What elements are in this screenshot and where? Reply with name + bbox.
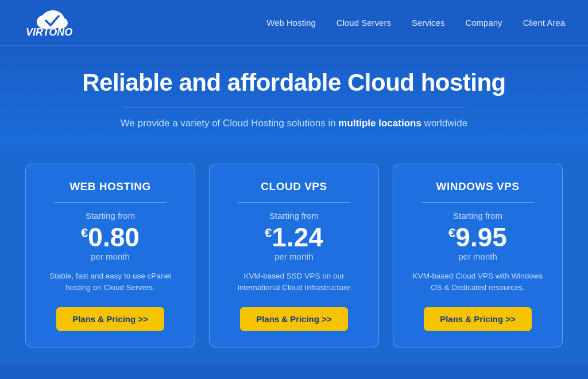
nav-client-area[interactable]: Client Area [523, 18, 565, 28]
hero-subtext-end: worldwide [421, 118, 467, 129]
card-cloud-vps-per-month: per month [274, 252, 314, 261]
card-cloud-vps-divider [238, 202, 351, 203]
card-web-hosting-per-month: per month [91, 252, 130, 261]
card-windows-vps: WINDOWS VPS Starting from €9.95 per mont… [393, 164, 563, 347]
main-nav: Web Hosting Cloud Servers Services Compa… [266, 18, 565, 28]
card-cloud-vps: CLOUD VPS Starting from €1.24 per month … [209, 164, 379, 347]
card-windows-vps-price: €9.95 [448, 224, 507, 250]
hero-subtext-bold: multiple locations [338, 118, 421, 129]
card-web-hosting-currency: € [81, 226, 88, 240]
logo[interactable]: VIRTONO [23, 7, 103, 38]
card-web-hosting-plans-btn[interactable]: Plans & Pricing >> [56, 307, 164, 331]
card-cloud-vps-desc: KVM-based SSD VPS on our international C… [223, 270, 365, 295]
nav-cloud-servers[interactable]: Cloud Servers [336, 18, 391, 28]
card-web-hosting-divider [54, 202, 167, 203]
card-windows-vps-title: WINDOWS VPS [436, 180, 520, 193]
card-windows-vps-divider [421, 202, 535, 203]
card-windows-vps-per-month: per month [458, 252, 497, 261]
nav-services[interactable]: Services [412, 18, 445, 28]
card-cloud-vps-currency: € [265, 226, 272, 240]
card-windows-vps-price-decimal: .95 [470, 222, 507, 252]
card-cloud-vps-price-decimal: .24 [287, 222, 323, 252]
card-windows-vps-starting: Starting from [453, 211, 502, 221]
hero-subtext: We provide a variety of Cloud Hosting so… [11, 118, 577, 129]
hero-section: Reliable and affordable Cloud hosting We… [0, 46, 588, 146]
svg-text:VIRTONO: VIRTONO [26, 26, 72, 38]
card-web-hosting-starting: Starting from [86, 211, 135, 221]
card-web-hosting-desc: Stable, fast and easy to use cPanel host… [40, 270, 181, 295]
card-windows-vps-currency: € [448, 226, 455, 240]
hero-divider [122, 107, 466, 107]
card-web-hosting-title: WEB HOSTING [69, 180, 151, 193]
nav-web-hosting[interactable]: Web Hosting [266, 18, 316, 28]
card-cloud-vps-plans-btn[interactable]: Plans & Pricing >> [240, 307, 348, 331]
card-windows-vps-desc: KVM-based Cloud VPS with Windows OS & De… [407, 270, 548, 295]
card-cloud-vps-price: €1.24 [265, 224, 323, 250]
card-web-hosting-price: €0.80 [81, 224, 140, 250]
nav-company[interactable]: Company [465, 18, 502, 28]
card-windows-vps-plans-btn[interactable]: Plans & Pricing >> [424, 307, 532, 331]
hero-heading: Reliable and affordable Cloud hosting [11, 69, 577, 96]
site-header: VIRTONO Web Hosting Cloud Servers Servic… [0, 0, 588, 46]
card-web-hosting: WEB HOSTING Starting from €0.80 per mont… [25, 164, 195, 347]
card-cloud-vps-price-whole: 1 [272, 222, 287, 252]
card-cloud-vps-title: CLOUD VPS [261, 180, 327, 193]
pricing-cards-section: WEB HOSTING Starting from €0.80 per mont… [0, 146, 588, 365]
card-cloud-vps-starting: Starting from [269, 211, 319, 221]
card-web-hosting-price-whole: 0 [88, 222, 103, 252]
hero-subtext-normal: We provide a variety of Cloud Hosting so… [121, 118, 339, 129]
card-windows-vps-price-whole: 9 [455, 222, 470, 252]
card-web-hosting-price-decimal: .80 [103, 222, 140, 252]
